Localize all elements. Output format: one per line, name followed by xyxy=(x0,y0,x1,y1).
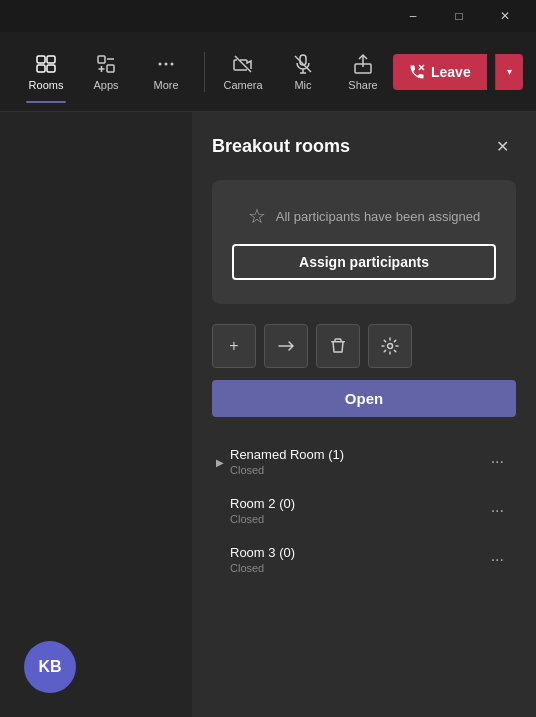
delete-room-button[interactable] xyxy=(316,324,360,368)
room-name-0: Renamed Room (1) xyxy=(230,447,483,462)
more-label: More xyxy=(153,79,178,91)
star-icon: ☆ xyxy=(248,204,266,228)
toolbar-item-share[interactable]: Share xyxy=(333,37,393,107)
mic-off-icon xyxy=(292,53,314,75)
settings-button[interactable] xyxy=(368,324,412,368)
phone-icon xyxy=(409,64,425,80)
room-item-0[interactable]: ▶ Renamed Room (1) Closed ··· xyxy=(212,437,516,486)
room-status-2: Closed xyxy=(230,562,483,574)
move-icon xyxy=(277,337,295,355)
toolbar-item-apps[interactable]: Apps xyxy=(76,37,136,107)
share-label: Share xyxy=(348,79,377,91)
room-more-button-0[interactable]: ··· xyxy=(483,449,512,475)
open-button[interactable]: Open xyxy=(212,380,516,417)
room-chevron-icon: ▶ xyxy=(216,457,224,468)
room-name-1: Room 2 (0) xyxy=(230,496,483,511)
toolbar-right: Leave ▾ xyxy=(393,54,523,90)
room-item-2[interactable]: ▶ Room 3 (0) Closed ··· xyxy=(212,535,516,584)
svg-point-11 xyxy=(171,62,174,65)
room-more-button-2[interactable]: ··· xyxy=(483,547,512,573)
apps-label: Apps xyxy=(93,79,118,91)
add-icon: + xyxy=(229,337,238,355)
svg-rect-1 xyxy=(47,56,55,63)
add-room-button[interactable]: + xyxy=(212,324,256,368)
title-bar: – □ ✕ xyxy=(0,0,536,32)
avatar[interactable]: KB xyxy=(24,641,76,693)
toolbar-nav: Rooms Apps xyxy=(16,37,393,107)
toolbar: Rooms Apps xyxy=(0,32,536,112)
room-status-1: Closed xyxy=(230,513,483,525)
delete-icon xyxy=(329,337,347,355)
rooms-icon xyxy=(35,53,57,75)
settings-icon xyxy=(381,337,399,355)
svg-point-21 xyxy=(388,344,393,349)
more-icon xyxy=(155,53,177,75)
leave-button[interactable]: Leave xyxy=(393,54,487,90)
assign-participants-button[interactable]: Assign participants xyxy=(232,244,496,280)
info-message: All participants have been assigned xyxy=(276,209,481,224)
leave-dropdown-button[interactable]: ▾ xyxy=(495,54,523,90)
apps-icon xyxy=(95,53,117,75)
panel-title: Breakout rooms xyxy=(212,136,350,157)
room-info-0: Renamed Room (1) Closed xyxy=(230,447,483,476)
camera-label: Camera xyxy=(223,79,262,91)
svg-rect-4 xyxy=(98,56,105,63)
info-content: ☆ All participants have been assigned xyxy=(248,204,481,228)
svg-rect-0 xyxy=(37,56,45,63)
toolbar-item-mic[interactable]: Mic xyxy=(273,37,333,107)
close-button[interactable]: ✕ xyxy=(482,0,528,32)
maximize-button[interactable]: □ xyxy=(436,0,482,32)
room-status-0: Closed xyxy=(230,464,483,476)
room-more-button-1[interactable]: ··· xyxy=(483,498,512,524)
svg-rect-2 xyxy=(37,65,45,72)
room-name-2: Room 3 (0) xyxy=(230,545,483,560)
toolbar-item-camera[interactable]: Camera xyxy=(213,37,273,107)
room-list: ▶ Renamed Room (1) Closed ··· ▶ Room 2 (… xyxy=(212,437,516,584)
panel-header: Breakout rooms ✕ xyxy=(212,132,516,160)
toolbar-divider xyxy=(204,52,205,92)
svg-point-10 xyxy=(165,62,168,65)
minimize-button[interactable]: – xyxy=(390,0,436,32)
main-area: KB Breakout rooms ✕ ☆ All participants h… xyxy=(0,112,536,717)
svg-rect-3 xyxy=(47,65,55,72)
camera-off-icon xyxy=(232,53,254,75)
move-participants-button[interactable] xyxy=(264,324,308,368)
toolbar-item-rooms[interactable]: Rooms xyxy=(16,37,76,107)
breakout-panel: Breakout rooms ✕ ☆ All participants have… xyxy=(192,112,536,717)
rooms-label: Rooms xyxy=(29,79,64,91)
info-box: ☆ All participants have been assigned As… xyxy=(212,180,516,304)
mic-label: Mic xyxy=(294,79,311,91)
action-row: + xyxy=(212,324,516,368)
room-info-1: Room 2 (0) Closed xyxy=(230,496,483,525)
svg-point-9 xyxy=(159,62,162,65)
panel-close-button[interactable]: ✕ xyxy=(488,132,516,160)
left-panel: KB xyxy=(0,112,192,717)
toolbar-item-more[interactable]: More xyxy=(136,37,196,107)
room-item-1[interactable]: ▶ Room 2 (0) Closed ··· xyxy=(212,486,516,535)
room-info-2: Room 3 (0) Closed xyxy=(230,545,483,574)
svg-rect-8 xyxy=(107,65,114,72)
share-icon xyxy=(352,53,374,75)
